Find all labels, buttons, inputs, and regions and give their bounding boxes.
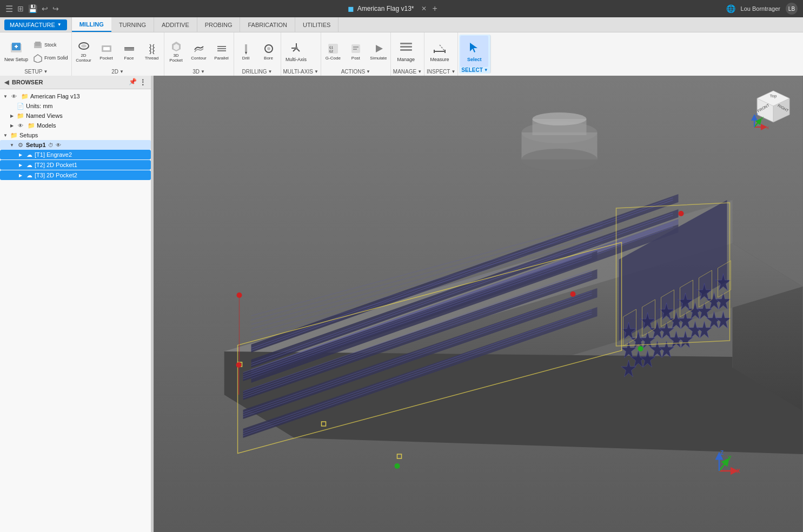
2d-contour-btn[interactable]: 2D Contour: [73, 36, 95, 66]
setup-icon: [9, 41, 24, 56]
2d-contour-icon: [77, 39, 90, 52]
stock-btn[interactable]: Stock: [31, 39, 70, 51]
grid-icon[interactable]: ⊞: [17, 4, 24, 13]
gcode-btn[interactable]: G1 G2 G-Code: [322, 36, 344, 66]
eye-icon-setup1[interactable]: 👁: [56, 142, 61, 148]
toolbar-section-setup: New Setup Stock Fro: [1, 32, 72, 76]
browser-back-icon[interactable]: ◀: [4, 79, 9, 86]
multi-axis-dropdown-arrow[interactable]: ▼: [314, 69, 318, 74]
2d-pocket-btn[interactable]: Pocket: [96, 36, 117, 66]
manage-label: Manage: [397, 57, 415, 62]
manage-btn[interactable]: Manage: [392, 36, 420, 67]
tree-item-root[interactable]: ▼ 👁 📁 American Flag v13: [0, 91, 151, 101]
drill-btn[interactable]: Drill: [235, 36, 257, 66]
toolbar-tab-additive[interactable]: ADDITIVE: [154, 17, 197, 32]
expand-models[interactable]: ▶: [9, 122, 15, 129]
new-tab-btn[interactable]: +: [432, 4, 437, 14]
expand-units[interactable]: ▶: [9, 103, 15, 109]
select-dropdown-arrow[interactable]: ▼: [484, 68, 488, 72]
expand-engrave2[interactable]: ▶: [17, 151, 24, 158]
expand-pocket2[interactable]: ▶: [17, 172, 24, 178]
3d-pocket-btn[interactable]: 3D Pocket: [165, 36, 187, 66]
2d-dropdown-arrow[interactable]: ▼: [120, 69, 124, 74]
stock-label: Stock: [44, 42, 57, 48]
manufacture-dropdown[interactable]: MANUFACTURE ▼: [4, 19, 67, 30]
tree-item-pocket2[interactable]: ▶ ☁ [T3] 2D Pocket2: [0, 170, 151, 180]
manage-dropdown-arrow[interactable]: ▼: [417, 69, 422, 74]
expand-setups[interactable]: ▼: [2, 132, 9, 138]
toolbar-tab-probing[interactable]: PROBING: [197, 17, 241, 32]
user-avatar[interactable]: LB: [786, 3, 798, 15]
svg-point-121: [395, 463, 400, 469]
expand-pocket1[interactable]: ▶: [17, 162, 24, 168]
expand-root[interactable]: ▼: [2, 93, 9, 99]
close-tab-btn[interactable]: ✕: [421, 5, 427, 12]
eye-icon-root[interactable]: 👁: [10, 92, 18, 100]
svg-line-134: [754, 121, 760, 127]
expand-named-views[interactable]: ▶: [9, 112, 15, 119]
post-btn[interactable]: Post: [345, 36, 367, 66]
setup-new-btn[interactable]: New Setup: [2, 36, 30, 67]
select-btn[interactable]: Select: [460, 36, 488, 67]
tree-item-units[interactable]: ▶ 📄 Units: mm: [0, 101, 151, 111]
menu-icon[interactable]: ☰: [5, 4, 13, 14]
multi-axis-btn[interactable]: Multi-Axis: [282, 36, 310, 67]
setup-label: New Setup: [4, 57, 28, 62]
post-label: Post: [351, 56, 360, 61]
tree-item-models[interactable]: ▶ 👁 📁 Models: [0, 121, 151, 130]
viewcube-svg[interactable]: Top RIGHT FRONT X Y Z: [749, 87, 798, 135]
toolbar-tab-milling[interactable]: MILLING: [72, 17, 111, 32]
from-solid-btn[interactable]: From Solid: [31, 52, 70, 64]
globe-icon[interactable]: 🌐: [726, 4, 735, 13]
2d-thread-btn[interactable]: Thread: [141, 36, 163, 66]
browser-header-left: ◀ BROWSER: [4, 79, 43, 86]
3d-parallel-btn[interactable]: Parallel: [211, 36, 233, 66]
browser-dots-icon[interactable]: ⋮: [139, 78, 147, 87]
tree-label-engrave2: [T1] Engrave2: [35, 151, 72, 158]
gear-icon-setup1: ⚙: [17, 141, 24, 149]
setup-dropdown-arrow[interactable]: ▼: [43, 69, 48, 74]
browser-pin-icon[interactable]: 📌: [129, 78, 137, 87]
svg-rect-30: [400, 43, 412, 44]
svg-point-118: [570, 291, 576, 297]
2d-face-label: Face: [124, 56, 134, 61]
toolbar-tab-fabrication[interactable]: FABRICATION: [240, 17, 295, 32]
actions-dropdown-arrow[interactable]: ▼: [366, 69, 370, 74]
tree-item-named-views[interactable]: ▶ 📁 Named Views: [0, 111, 151, 121]
bore-btn[interactable]: Bore: [258, 36, 280, 66]
user-name: Lou Borntrager: [741, 5, 780, 12]
title-bar: ☰ ⊞ 💾 ↩ ↪ ◼ American Flag v13* ✕ + 🌐 Lou…: [0, 0, 803, 17]
inspect-dropdown-arrow[interactable]: ▼: [451, 69, 455, 74]
main-area: ◀ BROWSER 📌 ⋮ ▼ 👁 📁 American Flag v13 ▶ …: [0, 76, 803, 532]
svg-rect-5: [35, 42, 41, 46]
manufacture-label: MANUFACTURE: [10, 22, 55, 28]
folder-icon-models: 📁: [28, 122, 35, 129]
tree-label-pocket2: [T3] 2D Pocket2: [35, 172, 77, 178]
bore-label: Bore: [264, 56, 273, 61]
simulate-btn[interactable]: Simulate: [368, 36, 389, 66]
viewport[interactable]: Top RIGHT FRONT X Y Z: [154, 76, 803, 532]
tree-item-pocket1[interactable]: ▶ ☁ [T2] 2D Pocket1: [0, 160, 151, 170]
toolbar-section-3d: 3D Pocket Contour Parallel: [164, 32, 234, 76]
tree-item-setup1[interactable]: ▼ ⚙ Setup1 ⏱ 👁: [0, 140, 151, 150]
undo-btn[interactable]: ↩: [42, 4, 48, 13]
toolbar-tab-turning[interactable]: TURNING: [111, 17, 154, 32]
drilling-dropdown-arrow[interactable]: ▼: [268, 69, 273, 74]
toolbar-tab-utilities[interactable]: UTILITIES: [295, 17, 339, 32]
svg-line-34: [440, 45, 445, 51]
eye-icon-models[interactable]: 👁: [17, 122, 24, 129]
3d-contour-btn[interactable]: Contour: [188, 36, 210, 66]
viewcube[interactable]: Top RIGHT FRONT X Y Z: [749, 87, 792, 130]
measure-btn[interactable]: Measure: [426, 36, 454, 67]
tree-item-engrave2[interactable]: ▶ ☁ [T1] Engrave2: [0, 150, 151, 159]
expand-setup1[interactable]: ▼: [9, 142, 15, 148]
svg-marker-27: [376, 45, 383, 52]
toolbar-section-inspect: Measure INSPECT ▼: [424, 32, 458, 76]
tree-item-setups[interactable]: ▼ 📁 Setups: [0, 130, 151, 140]
2d-face-btn[interactable]: Face: [118, 36, 140, 66]
svg-point-120: [638, 346, 643, 351]
tree-label-setups: Setups: [19, 132, 38, 138]
save-icon[interactable]: 💾: [28, 4, 37, 13]
3d-dropdown-arrow[interactable]: ▼: [201, 69, 205, 74]
redo-btn[interactable]: ↪: [52, 4, 59, 13]
